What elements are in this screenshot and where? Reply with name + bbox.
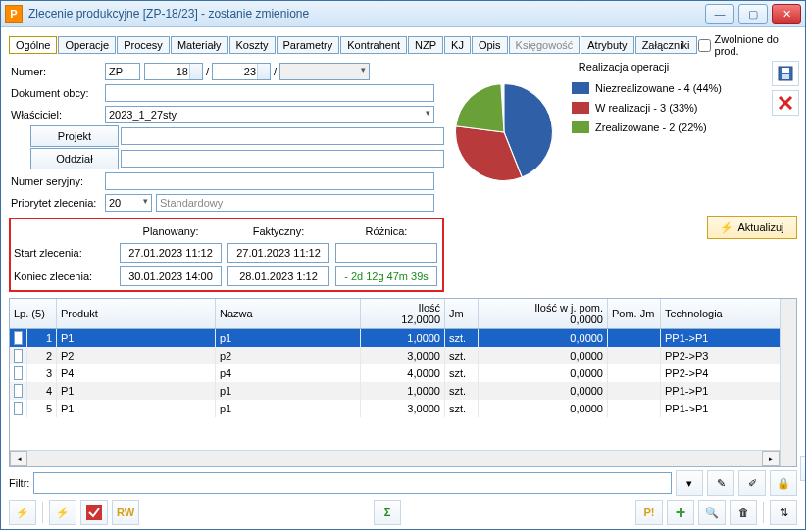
maximize-button[interactable]: ▢ <box>738 4 768 24</box>
check-red-button[interactable] <box>80 500 108 525</box>
table-row[interactable]: 2P2p23,0000szt.0,0000PP2->P3 <box>10 347 796 364</box>
delete-icon-button[interactable] <box>772 90 799 116</box>
tab-koszty[interactable]: Koszty <box>229 36 276 54</box>
trash-button[interactable]: 🗑 <box>730 500 757 525</box>
titlebar: P Zlecenie produkcyjne [ZP-18/23] - zost… <box>1 1 805 27</box>
legend-item: W realizacji - 3 (33%) <box>572 98 722 118</box>
tab-księgowość[interactable]: Księgowość <box>509 36 581 54</box>
filtr-lock-button[interactable]: 🔒 <box>770 470 797 496</box>
pie-chart <box>450 78 558 186</box>
priorytet-combo[interactable]: 20 <box>105 194 152 212</box>
sort-icon: ⇅ <box>780 507 788 519</box>
col-plan: Planowany: <box>117 221 225 241</box>
tab-nzp[interactable]: NZP <box>408 36 443 54</box>
tab-row: OgólneOperacjeProcesyMateriałyKosztyPara… <box>9 33 797 57</box>
tab-ogólne[interactable]: Ogólne <box>9 36 57 54</box>
grid-h-scroll[interactable]: ◂▸ <box>10 450 780 466</box>
numer-label: Numer: <box>9 66 105 77</box>
wlasciciel-label: Właściciel: <box>9 109 105 121</box>
end-diff: - 2d 12g 47m 39s <box>335 266 437 286</box>
bolt-yellow-button[interactable]: ⚡ <box>9 500 36 525</box>
rw-button[interactable]: RW <box>112 500 139 525</box>
oddzial-button[interactable]: Oddział <box>30 148 120 169</box>
tab-opis[interactable]: Opis <box>472 36 508 54</box>
dates-box: Planowany: Faktyczny: Różnica: Start zle… <box>9 218 444 292</box>
wlasciciel-combo[interactable]: 2023_1_27sty <box>105 106 434 123</box>
tab-załączniki[interactable]: Załączniki <box>635 36 697 54</box>
window-title: Zlecenie produkcyjne [ZP-18/23] - zostan… <box>28 7 705 21</box>
pencil-icon: ✎ <box>717 477 726 490</box>
end-plan[interactable]: 30.01.2023 14:00 <box>120 266 222 286</box>
search-button[interactable]: 🔍 <box>698 500 726 525</box>
tab-kontrahent[interactable]: Kontrahent <box>340 36 407 54</box>
realizacja-title: Realizacja operacji <box>450 61 797 73</box>
numer-b-spin[interactable]: 23 <box>212 63 271 80</box>
warn-button[interactable]: P! <box>635 500 663 525</box>
row-checkbox[interactable] <box>14 384 23 398</box>
grid-v-scroll[interactable] <box>780 299 796 451</box>
dok-obcy-label: Dokument obcy: <box>9 87 105 99</box>
table-row[interactable]: 3P4p44,0000szt.0,0000PP2->P4 <box>10 364 796 382</box>
row-checkbox[interactable] <box>14 366 23 380</box>
table-row[interactable]: 5P1p13,0000szt.0,0000PP1->P1 <box>10 400 796 417</box>
end-label: Koniec zlecenia: <box>13 265 117 288</box>
sigma-button[interactable]: Σ <box>374 500 401 525</box>
projekt-field[interactable] <box>121 127 444 145</box>
numer-ser-field[interactable] <box>105 172 434 190</box>
legend-item: Zrealizowane - 2 (22%) <box>572 118 722 137</box>
tab-operacje[interactable]: Operacje <box>58 36 116 54</box>
numer-ser-label: Numer seryjny: <box>9 175 105 187</box>
filtr-input[interactable] <box>33 472 672 494</box>
free-prod-label: Zwolnione do prod. <box>715 33 797 57</box>
minimize-button[interactable]: — <box>705 4 734 24</box>
tab-kj[interactable]: KJ <box>444 36 471 54</box>
projekt-button[interactable]: Projekt <box>30 125 120 147</box>
legend-item: Niezrealizowane - 4 (44%) <box>572 78 722 98</box>
start-fakt[interactable]: 27.01.2023 11:12 <box>227 243 329 263</box>
app-icon: P <box>5 5 23 23</box>
tab-atrybuty[interactable]: Atrybuty <box>581 36 633 54</box>
row-checkbox[interactable] <box>14 331 23 345</box>
filtr-label: Filtr: <box>9 477 29 489</box>
eraser-icon: ✐ <box>748 477 757 490</box>
numer-a-spin[interactable]: 18 <box>144 63 203 80</box>
free-prod-checkbox[interactable]: Zwolnione do prod. <box>698 33 797 57</box>
svg-rect-2 <box>782 74 789 79</box>
tab-procesy[interactable]: Procesy <box>117 36 170 54</box>
start-label: Start zlecenia: <box>13 241 117 265</box>
app-window: P Zlecenie produkcyjne [ZP-18/23] - zost… <box>0 0 806 530</box>
save-icon-button[interactable] <box>772 61 799 86</box>
filtr-clear-button[interactable]: ✐ <box>738 470 766 496</box>
add-button[interactable]: + <box>667 500 694 525</box>
numer-prefix: ZP <box>105 63 140 80</box>
row-checkbox[interactable] <box>14 402 23 415</box>
dok-obcy-field[interactable] <box>105 84 434 102</box>
grid-side-btn-1[interactable] <box>800 456 805 481</box>
start-plan[interactable]: 27.01.2023 11:12 <box>120 243 222 263</box>
bolt-icon: ⚡ <box>720 221 733 234</box>
table-row[interactable]: 1P1p11,0000szt.0,0000PP1->P1 <box>10 329 796 347</box>
tab-materiały[interactable]: Materiały <box>171 36 228 54</box>
sigma-icon: Σ <box>384 507 391 518</box>
numer-suffix-combo[interactable] <box>279 63 370 80</box>
filtr-edit-button[interactable]: ✎ <box>707 470 734 496</box>
tab-parametry[interactable]: Parametry <box>277 36 340 54</box>
plus-icon: + <box>676 503 686 523</box>
svg-rect-7 <box>86 505 102 520</box>
close-button[interactable]: ✕ <box>772 4 801 24</box>
sort-button[interactable]: ⇅ <box>770 500 797 525</box>
oddzial-field[interactable] <box>121 150 444 168</box>
lock-icon: 🔒 <box>777 477 790 490</box>
bolt-green-button[interactable]: ⚡ <box>49 500 76 525</box>
row-checkbox[interactable] <box>14 349 23 363</box>
end-fakt[interactable]: 28.01.2023 1:12 <box>227 266 329 286</box>
col-diff: Różnica: <box>332 221 440 241</box>
priorytet-text: Standardowy <box>156 194 434 212</box>
filtr-dropdown[interactable]: ▾ <box>676 470 703 496</box>
trash-icon: 🗑 <box>738 507 749 518</box>
svg-rect-1 <box>782 68 789 73</box>
aktualizuj-button[interactable]: ⚡ Aktualizuj <box>707 216 797 239</box>
products-grid: Lp. (5)ProduktNazwaIlość12,0000JmIlość w… <box>9 298 797 467</box>
search-icon: 🔍 <box>705 507 719 519</box>
table-row[interactable]: 4P1p11,0000szt.0,0000PP1->P1 <box>10 382 796 400</box>
